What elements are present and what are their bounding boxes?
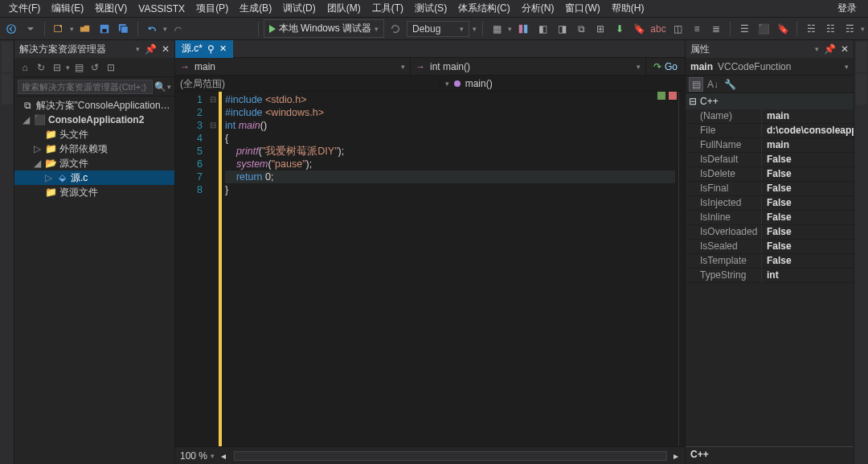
nav-fwd-icon[interactable] xyxy=(23,21,39,37)
collapse-icon[interactable]: ⊟ xyxy=(50,60,64,75)
prop-row[interactable]: IsInjectedFalse xyxy=(686,196,854,211)
solution-tree[interactable]: ⧉解决方案"ConsoleApplication2"(1 个 ◢⬛Console… xyxy=(14,96,174,464)
open-icon[interactable] xyxy=(77,21,93,37)
prop-row[interactable]: (Name)main xyxy=(686,109,854,124)
menu-item[interactable]: 编辑(E) xyxy=(46,0,89,17)
tool5-icon[interactable]: ⧉ xyxy=(573,21,589,37)
menu-item[interactable]: 工具(T) xyxy=(366,0,409,17)
start-debug-button[interactable]: 本地 Windows 调试器 ▾ xyxy=(264,19,384,38)
save-all-icon[interactable] xyxy=(116,21,132,37)
properties-icon[interactable]: ⊡ xyxy=(104,60,118,75)
tool15-icon[interactable]: 🔖 xyxy=(775,21,791,37)
menu-item[interactable]: 调试(D) xyxy=(277,0,321,17)
solution-node[interactable]: ⧉解决方案"ConsoleApplication2"(1 个 xyxy=(14,98,174,113)
close-icon[interactable]: ✕ xyxy=(162,43,170,55)
search-icon[interactable]: 🔍 xyxy=(153,81,167,92)
undo-icon[interactable] xyxy=(144,21,160,37)
prop-row[interactable]: TypeStringint xyxy=(686,269,854,283)
explorer-search-input[interactable] xyxy=(18,80,153,94)
tool2-icon[interactable] xyxy=(515,21,531,37)
headers-folder[interactable]: 📁头文件 xyxy=(14,127,174,142)
file-tab[interactable]: 源.c* ⚲ ✕ xyxy=(175,40,233,58)
tool-icon[interactable]: ▦ xyxy=(489,21,505,37)
resources-folder[interactable]: 📁资源文件 xyxy=(14,185,174,199)
strip-item[interactable] xyxy=(2,74,13,105)
save-icon[interactable] xyxy=(96,21,113,37)
prop-row[interactable]: IsSealedFalse xyxy=(686,240,854,254)
tool10-icon[interactable]: ◫ xyxy=(669,21,686,37)
tool17-icon[interactable]: ☷ xyxy=(822,21,838,37)
tool6-icon[interactable]: ⊞ xyxy=(592,21,608,37)
pin-icon[interactable]: 📌 xyxy=(145,43,157,55)
zoom-level[interactable]: 100 %▾ xyxy=(180,450,215,462)
scope-left[interactable]: (全局范围) xyxy=(175,76,440,91)
go-button[interactable]: ↷Go xyxy=(646,58,685,75)
prop-row[interactable]: Filed:\code\consoleapp xyxy=(686,124,854,138)
external-folder[interactable]: ▷📁外部依赖项 xyxy=(14,142,174,156)
fold-gutter[interactable]: ⊟ ⊟ xyxy=(207,92,219,446)
tool3-icon[interactable]: ◧ xyxy=(534,21,551,37)
nav-back-icon[interactable] xyxy=(3,21,19,37)
redo-icon[interactable] xyxy=(170,21,186,37)
menu-item[interactable]: VASSISTX xyxy=(133,2,190,16)
categorized-icon[interactable]: ▤ xyxy=(689,77,703,92)
menu-item[interactable]: 团队(M) xyxy=(321,0,366,17)
tool18-icon[interactable]: ☶ xyxy=(841,21,858,37)
alphabetical-icon[interactable]: A↓ xyxy=(706,77,720,92)
login-link[interactable]: 登录 xyxy=(829,0,865,17)
project-node[interactable]: ◢⬛ConsoleApplication2 xyxy=(14,113,174,127)
menu-item[interactable]: 测试(S) xyxy=(409,0,452,17)
sync-icon[interactable]: ↻ xyxy=(34,60,48,75)
showall-icon[interactable]: ▤ xyxy=(72,60,86,75)
prop-object-selector[interactable]: main VCCodeFunction ▾ xyxy=(686,58,854,76)
close-icon[interactable]: ✕ xyxy=(841,43,849,55)
horizontal-scrollbar[interactable] xyxy=(234,451,667,461)
menu-item[interactable]: 分析(N) xyxy=(516,0,560,17)
config-dropdown[interactable]: Debug▾ xyxy=(407,21,469,37)
menu-item[interactable]: 生成(B) xyxy=(234,0,277,17)
scope-right[interactable]: ▾main() xyxy=(440,76,685,91)
tool4-icon[interactable]: ◨ xyxy=(554,21,570,37)
menu-item[interactable]: 窗口(W) xyxy=(559,0,605,17)
prop-row[interactable]: IsInlineFalse xyxy=(686,211,854,225)
code-editor[interactable]: #include <stdio.h>#include <windows.h>in… xyxy=(222,92,678,446)
pin-tab-icon[interactable]: ⚲ xyxy=(207,43,215,55)
prop-row[interactable]: IsDeleteFalse xyxy=(686,167,854,182)
prop-row[interactable]: FullNamemain xyxy=(686,138,854,153)
prop-row[interactable]: IsDefaultFalse xyxy=(686,153,854,167)
prop-category[interactable]: ⊟C++ xyxy=(686,93,854,109)
scrollbar[interactable] xyxy=(678,92,685,446)
source-file-node[interactable]: ▷⬙源.c xyxy=(14,170,174,185)
refresh-tree-icon[interactable]: ↺ xyxy=(88,60,102,75)
nav-right[interactable]: →int main()▾ xyxy=(411,58,646,75)
strip-item[interactable] xyxy=(2,42,13,72)
pin-icon[interactable]: 📌 xyxy=(824,43,836,55)
menu-item[interactable]: 体系结构(C) xyxy=(452,0,516,17)
prop-pages-icon[interactable]: 🔧 xyxy=(723,77,737,92)
menu-item[interactable]: 帮助(H) xyxy=(606,0,650,17)
home-icon[interactable]: ⌂ xyxy=(18,60,32,75)
refresh-icon[interactable] xyxy=(387,21,403,37)
new-project-icon[interactable] xyxy=(51,21,67,37)
strip-item[interactable] xyxy=(856,42,867,72)
tool14-icon[interactable]: ⬛ xyxy=(755,21,772,37)
panel-dropdown-icon[interactable]: ▾ xyxy=(136,45,140,53)
tool8-icon[interactable]: 🔖 xyxy=(631,21,647,37)
tool16-icon[interactable]: ☵ xyxy=(803,21,819,37)
tool12-icon[interactable]: ≣ xyxy=(708,21,724,37)
panel-dropdown-icon[interactable]: ▾ xyxy=(815,45,819,53)
prop-row[interactable]: IsFinalFalse xyxy=(686,182,854,196)
property-grid[interactable]: ⊟C++ (Name)mainFiled:\code\consoleappFul… xyxy=(686,93,854,446)
prop-row[interactable]: IsOverloadedFalse xyxy=(686,225,854,240)
tool9-icon[interactable]: abc xyxy=(650,21,666,37)
sources-folder[interactable]: ◢📂源文件 xyxy=(14,156,174,170)
menu-item[interactable]: 文件(F) xyxy=(3,0,46,17)
nav-left[interactable]: →main▾ xyxy=(175,58,411,75)
tool11-icon[interactable]: ≡ xyxy=(689,21,705,37)
close-tab-icon[interactable]: ✕ xyxy=(219,43,227,54)
strip-item[interactable] xyxy=(856,74,867,105)
prop-row[interactable]: IsTemplateFalse xyxy=(686,254,854,269)
tool7-icon[interactable]: ⬇ xyxy=(612,21,628,37)
menu-item[interactable]: 项目(P) xyxy=(190,0,234,17)
tool13-icon[interactable]: ☰ xyxy=(736,21,752,37)
